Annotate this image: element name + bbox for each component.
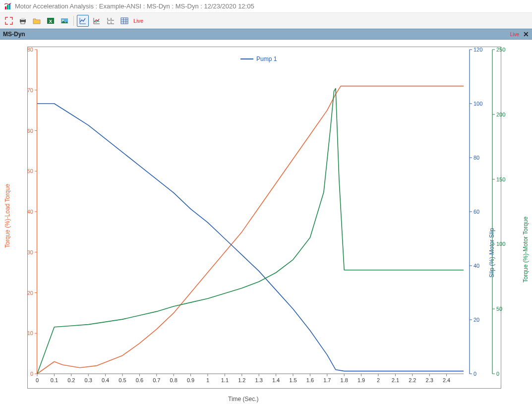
svg-text:1.4: 1.4 bbox=[272, 377, 280, 383]
open-folder-button[interactable] bbox=[31, 15, 43, 27]
toolbar-live-label: Live bbox=[133, 18, 143, 24]
svg-text:1.9: 1.9 bbox=[357, 377, 365, 383]
line-chart-mode-button[interactable] bbox=[77, 15, 89, 27]
svg-text:30: 30 bbox=[27, 249, 33, 255]
svg-rect-1 bbox=[7, 5, 8, 9]
panel-title: MS-Dyn bbox=[3, 31, 25, 38]
print-button[interactable] bbox=[17, 15, 29, 27]
panel-live-label: Live bbox=[510, 32, 519, 37]
svg-text:50: 50 bbox=[496, 306, 502, 312]
svg-point-9 bbox=[62, 19, 64, 21]
svg-text:60: 60 bbox=[473, 209, 479, 215]
toolbar-separator bbox=[73, 16, 74, 26]
svg-text:0.1: 0.1 bbox=[51, 377, 58, 383]
svg-text:1.5: 1.5 bbox=[289, 377, 296, 383]
svg-text:0: 0 bbox=[30, 371, 33, 377]
stacked-chart-button[interactable] bbox=[105, 15, 117, 27]
toolbar: X Live bbox=[0, 13, 532, 29]
window-title-bar: Motor Acceleration Analysis : Example-AN… bbox=[0, 0, 532, 13]
svg-text:0.7: 0.7 bbox=[153, 377, 160, 383]
svg-text:10: 10 bbox=[27, 330, 33, 336]
svg-text:250: 250 bbox=[496, 47, 505, 53]
svg-text:2.1: 2.1 bbox=[392, 377, 399, 383]
export-excel-button[interactable]: X bbox=[45, 15, 57, 27]
y-axis-left-label: Torque (%)-Load Torque bbox=[4, 184, 11, 248]
x-axis-label: Time (Sec.) bbox=[228, 396, 259, 403]
svg-text:70: 70 bbox=[27, 87, 33, 93]
svg-text:2: 2 bbox=[377, 377, 380, 383]
svg-text:1.3: 1.3 bbox=[255, 377, 263, 383]
svg-text:1.8: 1.8 bbox=[341, 377, 348, 383]
svg-text:20: 20 bbox=[473, 317, 479, 323]
export-image-button[interactable] bbox=[59, 15, 70, 27]
svg-text:0.2: 0.2 bbox=[67, 377, 75, 383]
close-icon[interactable]: ✕ bbox=[523, 30, 529, 38]
svg-text:100: 100 bbox=[496, 241, 505, 247]
svg-text:150: 150 bbox=[496, 176, 505, 182]
svg-rect-5 bbox=[21, 22, 25, 24]
chart-area: Pump 1 Torque (%)-Load Torque Slip (%)-M… bbox=[0, 40, 532, 404]
svg-text:2.4: 2.4 bbox=[443, 377, 450, 383]
svg-text:80: 80 bbox=[27, 47, 33, 53]
chart-plot: 0102030405060708002040608010012005010015… bbox=[27, 47, 501, 389]
svg-text:0.3: 0.3 bbox=[85, 377, 92, 383]
svg-text:0.5: 0.5 bbox=[118, 377, 126, 383]
svg-rect-4 bbox=[21, 18, 25, 20]
expand-button[interactable] bbox=[3, 15, 15, 27]
svg-text:1.6: 1.6 bbox=[306, 377, 314, 383]
svg-text:1.7: 1.7 bbox=[323, 377, 331, 383]
svg-text:40: 40 bbox=[473, 263, 479, 269]
panel-header: MS-Dyn Live ✕ bbox=[0, 29, 532, 40]
svg-text:0: 0 bbox=[473, 371, 476, 377]
svg-rect-0 bbox=[5, 6, 6, 9]
svg-text:0.9: 0.9 bbox=[187, 377, 194, 383]
svg-text:0.8: 0.8 bbox=[170, 377, 177, 383]
y-axis-right2-label: Torque (%)-Motor Torque bbox=[522, 217, 529, 283]
svg-text:20: 20 bbox=[27, 290, 33, 296]
svg-text:100: 100 bbox=[473, 101, 482, 107]
svg-text:X: X bbox=[49, 19, 52, 24]
svg-text:60: 60 bbox=[27, 128, 33, 134]
svg-text:1.1: 1.1 bbox=[221, 377, 229, 383]
multi-axis-chart-button[interactable] bbox=[91, 15, 103, 27]
svg-text:0: 0 bbox=[496, 371, 499, 377]
app-icon bbox=[4, 2, 12, 10]
table-view-button[interactable] bbox=[118, 15, 130, 27]
svg-text:80: 80 bbox=[473, 155, 479, 161]
svg-text:0: 0 bbox=[36, 377, 39, 383]
svg-text:40: 40 bbox=[27, 209, 33, 215]
svg-text:2.2: 2.2 bbox=[409, 377, 416, 383]
svg-text:0.6: 0.6 bbox=[136, 377, 143, 383]
svg-text:50: 50 bbox=[27, 168, 33, 174]
svg-text:0.4: 0.4 bbox=[102, 377, 109, 383]
svg-text:120: 120 bbox=[473, 47, 482, 53]
window-title: Motor Acceleration Analysis : Example-AN… bbox=[15, 2, 254, 10]
svg-text:1: 1 bbox=[206, 377, 209, 383]
svg-rect-10 bbox=[121, 18, 128, 24]
svg-text:200: 200 bbox=[496, 112, 505, 117]
svg-text:1.2: 1.2 bbox=[238, 377, 245, 383]
svg-text:2.3: 2.3 bbox=[426, 377, 433, 383]
